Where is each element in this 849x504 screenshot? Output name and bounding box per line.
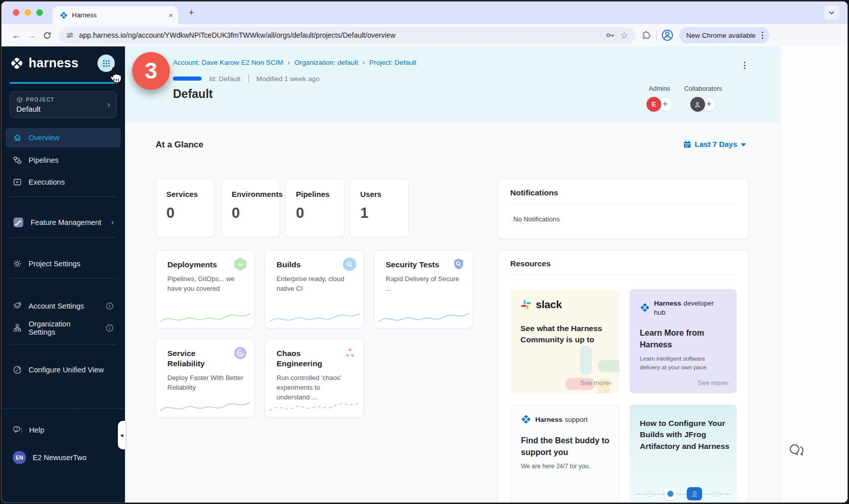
- divider: [10, 237, 117, 238]
- notifications-title: Notifications: [498, 180, 748, 197]
- info-icon[interactable]: [106, 324, 114, 332]
- sidebar-user-menu[interactable]: EN E2 NewuserTwo: [6, 448, 121, 467]
- module-card-builds[interactable]: Builds Enterprise ready, cloud native CI: [265, 250, 364, 329]
- admin-avatar[interactable]: E: [646, 97, 661, 112]
- reload-button[interactable]: [39, 28, 55, 43]
- feature-flags-icon: [13, 217, 24, 228]
- browser-menu-icon[interactable]: [760, 30, 765, 41]
- stat-label: Pipelines: [296, 190, 334, 198]
- stat-card-users[interactable]: Users 1: [349, 179, 409, 237]
- resource-tile-jfrog[interactable]: How to Configure Your Builds with JFrog …: [630, 405, 737, 502]
- module-desc: Rapid Delivery of Secure ...: [386, 274, 462, 294]
- close-window-button[interactable]: [13, 9, 19, 16]
- sidebar-item-overview[interactable]: Overview: [6, 128, 121, 147]
- org-hierarchy-icon: [13, 323, 22, 333]
- extensions-icon[interactable]: [641, 30, 652, 41]
- forward-button[interactable]: →: [24, 28, 39, 43]
- sidebar-item-configure-unified-view[interactable]: Configure Unified View: [6, 361, 121, 379]
- module-card-service-reliability[interactable]: Service Reliability Deploy Faster With B…: [156, 339, 255, 417]
- sidebar-item-label: Account Settings: [29, 302, 99, 310]
- service-reliability-icon: [234, 346, 247, 362]
- breadcrumb-organization-link[interactable]: Organization: default: [294, 59, 358, 66]
- sidebar-collapse-handle[interactable]: ◀: [118, 421, 126, 449]
- pipeline-node-icon: [646, 491, 654, 497]
- info-icon[interactable]: [106, 302, 114, 310]
- slack-see-more-link[interactable]: See more›: [580, 379, 611, 387]
- resource-tile-developer-hub[interactable]: Harness developer hub Learn More from Ha…: [630, 289, 737, 393]
- sidebar-item-label: Project Settings: [29, 260, 81, 268]
- breadcrumb-account-link[interactable]: Account: Dave Karow E2 Non SCIM: [173, 59, 283, 66]
- sidebar-item-label: Help: [29, 426, 44, 434]
- sidebar: harness PROJECT Default ›: [2, 46, 125, 502]
- sidebar-item-executions[interactable]: Executions: [6, 172, 121, 192]
- divider: [10, 196, 117, 197]
- sidebar-item-project-settings[interactable]: Project Settings: [6, 255, 121, 273]
- chaos-engineering-icon: [344, 346, 356, 361]
- help-chat-icon: ?: [13, 425, 22, 435]
- page-options-menu[interactable]: [742, 60, 747, 71]
- project-meta: Id: Default Modified 1 week ago: [173, 74, 319, 83]
- minimize-window-button[interactable]: [24, 9, 31, 16]
- module-card-chaos-engineering[interactable]: Chaos Engineering Run controlled 'chaos'…: [265, 339, 364, 417]
- step-annotation-badge: 3: [132, 52, 170, 90]
- sidebar-item-pipelines[interactable]: Pipelines: [6, 150, 121, 170]
- mouse-cursor-icon: [105, 65, 126, 90]
- divider: [248, 74, 249, 83]
- harness-favicon-icon: [60, 11, 68, 19]
- security-tests-icon: [452, 258, 465, 273]
- project-overview-page: Account: Dave Karow E2 Non SCIM › Organi…: [125, 46, 781, 502]
- sidebar-item-organization-settings[interactable]: Organization Settings: [6, 319, 121, 337]
- profile-icon[interactable]: [661, 29, 674, 42]
- harness-mark-icon: [521, 414, 531, 424]
- bookmark-star-icon[interactable]: ☆: [620, 31, 628, 40]
- project-color-bar: [173, 77, 202, 81]
- tab-strip: Harness × +: [2, 2, 847, 24]
- deployments-icon: ∞: [234, 258, 247, 271]
- divider: [10, 344, 117, 345]
- sidebar-item-feature-management[interactable]: Feature Management ›: [6, 213, 121, 232]
- chrome-update-button[interactable]: New Chrome available: [679, 27, 769, 43]
- harness-logo[interactable]: harness: [10, 56, 79, 70]
- main-content: Account: Dave Karow E2 Non SCIM › Organi…: [125, 46, 847, 502]
- address-bar[interactable]: app.harness.io/ng/account/YWdkwNPiTceDUK…: [59, 27, 635, 43]
- browser-tab[interactable]: Harness ×: [53, 6, 178, 24]
- collaborator-avatar[interactable]: [690, 97, 705, 112]
- site-settings-icon[interactable]: [66, 31, 74, 39]
- devhub-see-more-link[interactable]: See more›: [697, 379, 729, 387]
- devhub-brand-bold: Harness: [654, 299, 681, 307]
- stat-card-pipelines[interactable]: Pipelines 0: [285, 179, 344, 237]
- layers-gear-icon: [13, 301, 22, 311]
- sidebar-item-help[interactable]: ? Help: [6, 421, 121, 439]
- time-range-selector[interactable]: Last 7 Days: [683, 140, 746, 148]
- module-card-security-tests[interactable]: Security Tests Rapid Delivery of Secure …: [374, 250, 473, 329]
- support-brand-rest: support: [565, 416, 588, 423]
- tab-search-button[interactable]: [824, 6, 839, 20]
- support-chat-icon[interactable]: [787, 442, 806, 461]
- cube-icon: [16, 96, 23, 103]
- project-selector-value: Default: [16, 105, 108, 113]
- breadcrumb-project-link[interactable]: Project: Default: [369, 59, 416, 66]
- url-text[interactable]: app.harness.io/ng/account/YWdkwNPiTceDUK…: [79, 31, 600, 39]
- support-headline: Find the Best buddy to support you: [521, 435, 612, 458]
- stat-card-services[interactable]: Services 0: [156, 179, 215, 237]
- module-card-deployments[interactable]: Deployments ∞ Pipelines, GitOps... we ha…: [156, 250, 255, 329]
- sidebar-item-account-settings[interactable]: Account Settings: [6, 297, 121, 315]
- new-tab-button[interactable]: +: [185, 7, 197, 19]
- support-subtext: We are here 24/7 for you.: [521, 462, 609, 471]
- resource-tile-support[interactable]: Harness support Find the Best buddy to s…: [510, 405, 619, 502]
- password-key-icon[interactable]: [605, 30, 615, 40]
- gear-icon: [13, 259, 22, 268]
- maximize-window-button[interactable]: [36, 9, 43, 16]
- devhub-headline: Learn More from Harness: [640, 327, 716, 350]
- admins-group: Admins E +: [646, 85, 672, 112]
- stat-card-environments[interactable]: Environments 0: [221, 179, 280, 237]
- back-button[interactable]: ←: [9, 28, 24, 43]
- builds-icon: [343, 258, 356, 271]
- chevron-down-icon: [829, 10, 835, 16]
- project-selector[interactable]: PROJECT Default ›: [10, 91, 117, 118]
- tab-close-icon[interactable]: ×: [168, 11, 173, 19]
- person-icon: [694, 101, 701, 108]
- resource-tile-slack[interactable]: slack See what the Harness Community is …: [510, 289, 619, 393]
- project-modified: Modified 1 week ago: [257, 75, 320, 83]
- module-title: Security Tests: [386, 260, 447, 270]
